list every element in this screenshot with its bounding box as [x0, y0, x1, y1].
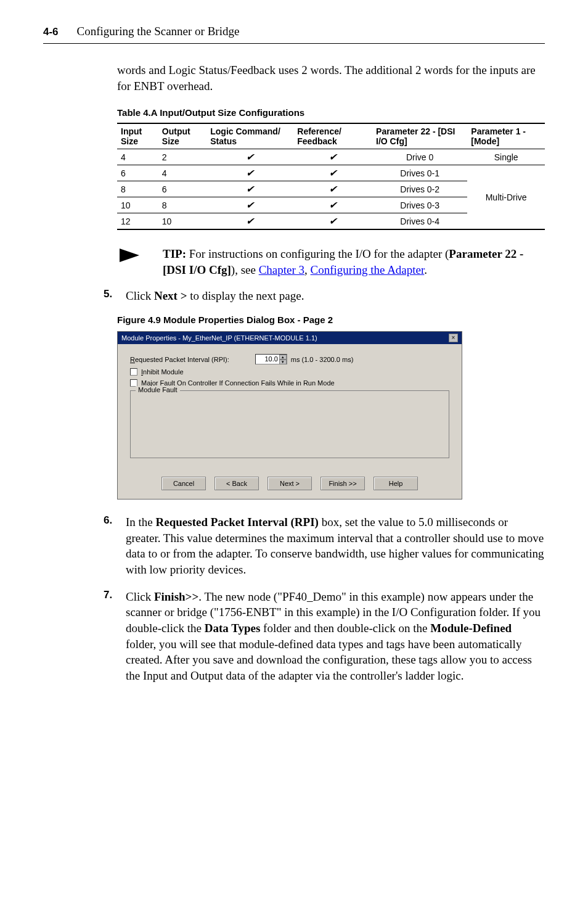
- check-icon: ✔: [246, 215, 254, 227]
- tip-block: TIP: For instructions on configuring the…: [117, 246, 545, 278]
- cell-out: 4: [158, 165, 206, 181]
- table-row: 6 4 ✔ ✔ Drives 0-1 Multi-Drive: [117, 165, 545, 181]
- table-caption: Table 4.A Input/Output Size Configuratio…: [117, 107, 545, 118]
- cell-p22: Drives 0-1: [372, 165, 467, 181]
- table-row: 4 2 ✔ ✔ Drive 0 Single: [117, 149, 545, 165]
- cell-p1: Multi-Drive: [467, 165, 545, 230]
- dialog-titlebar: Module Properties - My_EtherNet_IP (ETHE…: [118, 332, 462, 344]
- link-configuring-adapter[interactable]: Configuring the Adapter: [311, 263, 425, 276]
- figure-caption: Figure 4.9 Module Properties Dialog Box …: [117, 315, 545, 325]
- svg-marker-0: [120, 249, 139, 262]
- col-param22: Parameter 22 - [DSI I/O Cfg]: [372, 123, 467, 149]
- cell-in: 6: [117, 165, 158, 181]
- cell-p22: Drives 0-3: [372, 197, 467, 213]
- tip-arrow-icon: [117, 246, 145, 267]
- inhibit-module-checkbox[interactable]: [130, 368, 137, 376]
- spin-up-icon[interactable]: ▲: [279, 355, 287, 360]
- col-logic-command: Logic Command/ Status: [206, 123, 293, 149]
- col-output-size: Output Size: [158, 123, 206, 149]
- cell-in: 4: [117, 149, 158, 165]
- cancel-button[interactable]: Cancel: [161, 477, 206, 490]
- step-6: 6. In the Requested Packet Interval (RPI…: [104, 514, 545, 578]
- check-icon: ✔: [329, 183, 337, 195]
- check-icon: ✔: [329, 167, 337, 179]
- check-icon: ✔: [246, 183, 254, 195]
- step-number: 5.: [104, 288, 117, 300]
- col-reference-feedback: Reference/ Feedback: [293, 123, 372, 149]
- cell-p22: Drive 0: [372, 149, 467, 165]
- check-icon: ✔: [329, 215, 337, 227]
- page-number: 4-6: [43, 26, 59, 38]
- finish-button[interactable]: Finish >>: [321, 477, 365, 490]
- spin-down-icon[interactable]: ▼: [279, 360, 287, 364]
- inhibit-label: Inhibit Module: [141, 368, 184, 376]
- cell-out: 2: [158, 149, 206, 165]
- cell-p22: Drives 0-2: [372, 181, 467, 197]
- cell-in: 8: [117, 181, 158, 197]
- tip-text: TIP: For instructions on configuring the…: [163, 246, 545, 278]
- link-chapter-3[interactable]: Chapter 3: [259, 263, 304, 276]
- cell-out: 8: [158, 197, 206, 213]
- step-number: 7.: [104, 589, 117, 601]
- module-fault-fieldset: Module Fault: [130, 390, 449, 458]
- help-button[interactable]: Help: [374, 477, 418, 490]
- page-header: 4-6 Configuring the Scanner or Bridge: [43, 25, 545, 38]
- close-icon[interactable]: ×: [449, 334, 458, 342]
- cell-p22: Drives 0-4: [372, 213, 467, 230]
- rpi-spinner[interactable]: ▲▼: [279, 355, 287, 364]
- check-icon: ✔: [246, 151, 254, 163]
- module-properties-dialog: Module Properties - My_EtherNet_IP (ETHE…: [117, 331, 462, 500]
- rpi-input[interactable]: 10.0 ▲▼: [255, 354, 287, 364]
- back-button[interactable]: < Back: [214, 477, 259, 490]
- page-section-title: Configuring the Scanner or Bridge: [77, 25, 240, 38]
- intro-paragraph: words and Logic Status/Feedback uses 2 w…: [117, 62, 545, 94]
- col-input-size: Input Size: [117, 123, 158, 149]
- next-button[interactable]: Next >: [267, 477, 312, 490]
- header-rule: [43, 43, 545, 44]
- io-size-table: Input Size Output Size Logic Command/ St…: [117, 123, 545, 230]
- cell-p1: Single: [467, 149, 545, 165]
- col-param1: Parameter 1 - [Mode]: [467, 123, 545, 149]
- step-number: 6.: [104, 514, 117, 527]
- tip-label: TIP:: [163, 247, 186, 260]
- check-icon: ✔: [329, 151, 337, 163]
- check-icon: ✔: [329, 199, 337, 211]
- cell-out: 10: [158, 213, 206, 230]
- check-icon: ✔: [246, 167, 254, 179]
- cell-in: 10: [117, 197, 158, 213]
- cell-in: 12: [117, 213, 158, 230]
- dialog-title: Module Properties - My_EtherNet_IP (ETHE…: [121, 334, 317, 342]
- step-5: 5. Click Next > to display the next page…: [104, 288, 545, 304]
- rpi-label: Requested Packet Interval (RPI):: [130, 356, 229, 363]
- check-icon: ✔: [246, 199, 254, 211]
- cell-out: 6: [158, 181, 206, 197]
- step-7: 7. Click Finish>>. The new node ("PF40_D…: [104, 589, 545, 684]
- rpi-units: ms (1.0 - 3200.0 ms): [291, 356, 353, 363]
- module-fault-legend: Module Fault: [136, 386, 180, 393]
